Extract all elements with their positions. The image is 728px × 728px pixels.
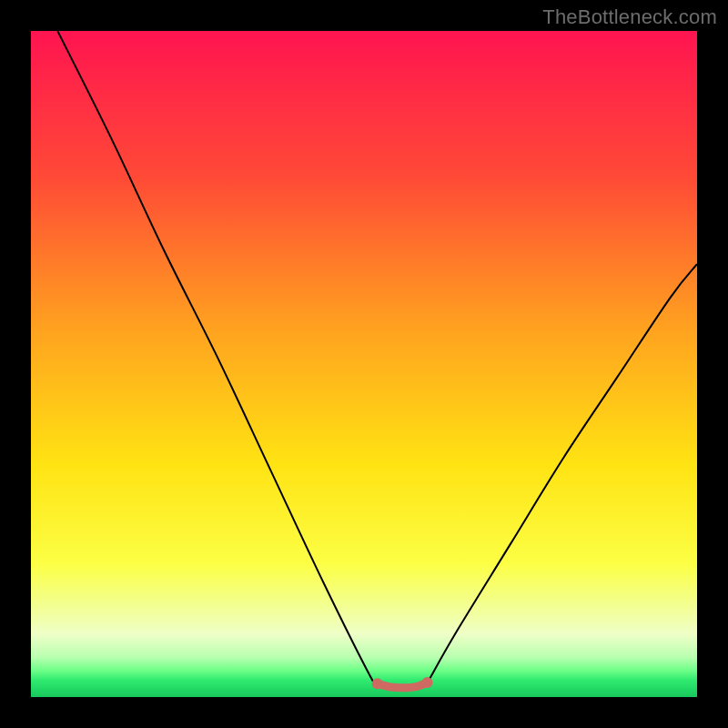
watermark-text: TheBottleneck.com [542,5,717,29]
plot-area [31,31,697,697]
chart-frame: TheBottleneck.com [0,0,728,728]
optimal-band-endpoint-right [422,677,433,688]
bottleneck-curve [57,31,697,687]
optimal-band [378,682,428,688]
curve-layer [31,31,697,697]
optimal-band-endpoint-left [372,678,383,689]
